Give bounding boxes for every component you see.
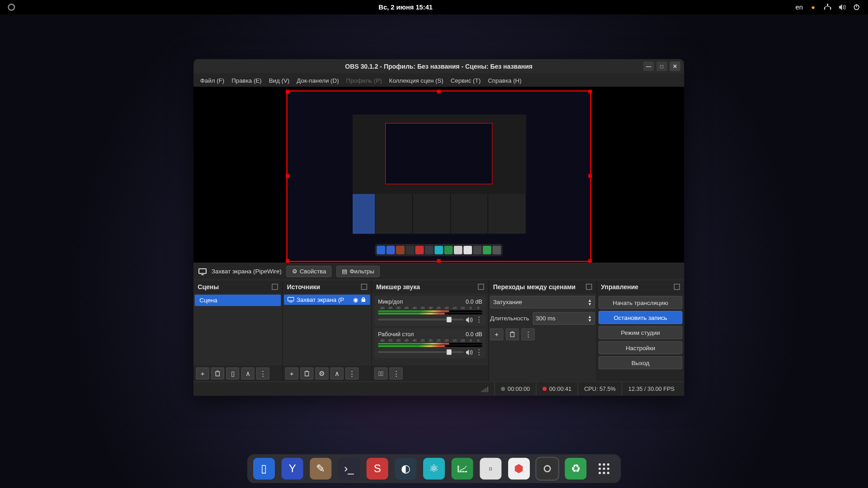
dock-app1-icon[interactable]: S [367, 458, 388, 479]
dock-steam-icon[interactable]: ◐ [395, 458, 416, 479]
speaker-icon[interactable] [466, 349, 473, 355]
transition-more-button[interactable]: ⋮ [521, 328, 534, 341]
obs-tray-icon[interactable] [7, 3, 16, 12]
language-indicator[interactable]: en [796, 4, 803, 11]
scenes-panel: Сцены Сцена + ▯ ∧ ⋮ [193, 280, 283, 381]
channel-more-button[interactable]: ⋮ [476, 348, 482, 356]
minimize-button[interactable]: — [643, 61, 654, 71]
remove-scene-button[interactable] [211, 367, 224, 380]
filters-button[interactable]: ▤ Фильтры [336, 266, 380, 277]
remove-transition-button[interactable] [506, 328, 519, 341]
mixer-channel-level: 0.0 dB [466, 331, 482, 338]
svg-point-9 [599, 463, 601, 465]
power-icon[interactable] [852, 3, 861, 12]
obs-preview-area[interactable] [193, 87, 684, 263]
source-props-button[interactable]: ⚙ [315, 367, 328, 380]
transitions-panel: Переходы между сценами Затухание ▲▼ Длит… [489, 280, 597, 381]
dock-terminal-icon[interactable]: ›_ [338, 458, 360, 479]
source-more-button[interactable]: ⋮ [345, 367, 359, 380]
dock-recycle-icon[interactable]: ♻︎ [565, 458, 586, 479]
dock-monitor-icon[interactable]: 📈︎ [452, 458, 473, 479]
controls-panel: Управление Начать трансляцию Остановить … [597, 280, 684, 381]
svg-point-17 [607, 472, 609, 474]
svg-point-16 [603, 472, 605, 474]
mixer-channel: Рабочий стол0.0 dB -60-55-50-45-40-35-30… [374, 328, 486, 359]
sources-title: Источники [287, 283, 321, 291]
channel-more-button[interactable]: ⋮ [476, 316, 482, 324]
transition-select[interactable]: Затухание ▲▼ [490, 296, 595, 309]
mixer-advanced-button[interactable]: ⚙ͦ [374, 367, 387, 380]
stream-time: 00:00:00 [508, 385, 530, 392]
studio-mode-button[interactable]: Режим студии [599, 326, 682, 339]
exit-button[interactable]: Выход [599, 356, 682, 369]
dock-document-icon[interactable]: ▫ [480, 458, 501, 479]
add-transition-button[interactable]: + [490, 328, 503, 341]
popout-icon[interactable] [478, 284, 484, 290]
source-item[interactable]: Захват экрана (P ◉ 🔒︎ [284, 295, 370, 305]
menu-profile[interactable]: Профиль (P) [343, 75, 385, 84]
mixer-channel-name: Рабочий стол [378, 331, 414, 338]
spinner-icon[interactable]: ▲▼ [588, 315, 592, 322]
dock-files-icon[interactable]: ▯ [253, 458, 275, 479]
menu-service[interactable]: Сервис (T) [448, 75, 484, 84]
window-title: OBS 30.1.2 - Профиль: Без названия - Сце… [345, 63, 533, 70]
dock-browser-icon[interactable]: Y [282, 458, 303, 479]
svg-point-15 [599, 472, 601, 474]
properties-button[interactable]: ⚙ Свойства [287, 266, 332, 277]
popout-icon[interactable] [586, 284, 592, 290]
menu-file[interactable]: Файл (F) [197, 75, 227, 84]
duration-input[interactable]: 300 ms ▲▼ [533, 312, 595, 325]
dock-apps-grid-icon[interactable] [593, 458, 615, 479]
remove-source-button[interactable] [300, 367, 313, 380]
volume-slider[interactable] [378, 351, 463, 353]
menu-docks[interactable]: Док-панели (D) [294, 75, 342, 84]
menu-view[interactable]: Вид (V) [266, 75, 292, 84]
menu-scene-collection[interactable]: Коллекция сцен (S) [386, 75, 446, 84]
rec-time: 00:00:41 [549, 385, 571, 392]
mic-icon[interactable]: ● [809, 3, 817, 12]
obs-titlebar[interactable]: OBS 30.1.2 - Профиль: Без названия - Сце… [193, 59, 684, 74]
menu-edit[interactable]: Правка (E) [229, 75, 265, 84]
network-icon[interactable] [823, 3, 832, 12]
scene-item[interactable]: Сцена [195, 295, 281, 306]
source-up-button[interactable]: ∧ [330, 367, 344, 380]
obs-menubar: Файл (F) Правка (E) Вид (V) Док-панели (… [193, 74, 684, 87]
controls-title: Управление [601, 283, 638, 291]
dock-gimp-icon[interactable]: ✎ [310, 458, 331, 479]
add-scene-button[interactable]: + [196, 367, 209, 380]
stop-recording-button[interactable]: Остановить запись [599, 311, 682, 324]
close-button[interactable]: ✕ [670, 61, 680, 71]
gnome-dock: ▯ Y ✎ ›_ S ◐ ⚛ 📈︎ ▫ ⬢ ♻︎ [247, 454, 621, 483]
scene-up-button[interactable]: ∧ [241, 367, 254, 380]
svg-point-13 [603, 468, 605, 470]
duration-label: Длительность [490, 315, 529, 322]
speaker-icon[interactable] [466, 317, 473, 323]
eye-icon[interactable]: ◉ [353, 296, 359, 303]
fps-counter: 12.35 / 30.00 FPS [628, 385, 675, 392]
start-streaming-button[interactable]: Начать трансляцию [599, 296, 682, 309]
dock-app2-icon[interactable]: ⚛ [423, 458, 445, 479]
scene-more-button[interactable]: ⋮ [256, 367, 269, 380]
transition-selected: Затухание [493, 299, 522, 305]
svg-point-14 [607, 468, 609, 470]
filters-label: Фильтры [349, 268, 374, 275]
popout-icon[interactable] [272, 284, 278, 290]
menu-help[interactable]: Справка (H) [485, 75, 524, 84]
lock-icon[interactable]: 🔒︎ [360, 296, 366, 303]
add-source-button[interactable]: + [285, 367, 298, 380]
dock-obs-icon[interactable] [537, 458, 558, 479]
popout-icon[interactable] [674, 284, 680, 290]
volume-icon[interactable] [838, 3, 846, 12]
scene-filter-button[interactable]: ▯ [226, 367, 239, 380]
mixer-more-button[interactable]: ⋮ [389, 367, 402, 380]
sources-panel: Источники Захват экрана (P ◉ 🔒︎ + [283, 280, 372, 381]
volume-slider[interactable] [378, 319, 463, 320]
preview-selection[interactable] [286, 90, 591, 262]
svg-rect-7 [288, 297, 294, 301]
properties-label: Свойства [300, 268, 326, 275]
dock-software-icon[interactable]: ⬢ [508, 458, 530, 479]
topbar-clock[interactable]: Вс, 2 июня 15:41 [378, 4, 433, 11]
settings-button[interactable]: Настройки [599, 341, 682, 354]
maximize-button[interactable]: □ [656, 61, 667, 71]
popout-icon[interactable] [361, 284, 367, 290]
